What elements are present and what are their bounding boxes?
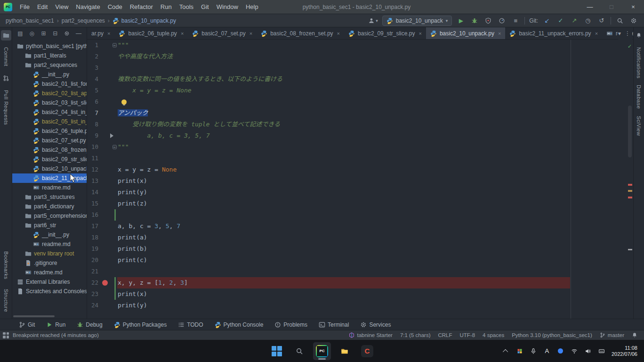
gutter-markers[interactable]	[98, 62, 117, 74]
gutter[interactable]: 6	[87, 96, 117, 107]
pull-requests-icon[interactable]	[1, 73, 11, 83]
menu-view[interactable]: View	[51, 0, 72, 14]
debug-button[interactable]	[470, 16, 479, 26]
intention-bulb-icon[interactable]	[121, 99, 127, 105]
code-text[interactable]: print(y)	[117, 187, 627, 198]
gutter-markers[interactable]	[98, 255, 117, 266]
git-branch-widget[interactable]: master	[596, 332, 628, 338]
search-icon[interactable]	[615, 16, 625, 26]
code-text[interactable]: print(a)	[117, 232, 627, 243]
gutter[interactable]: 15	[87, 198, 117, 209]
gutter-markers[interactable]	[98, 198, 117, 209]
toolwindow-run[interactable]: Run	[41, 319, 70, 330]
bluetooth-status-icon[interactable]	[557, 347, 564, 355]
caret-position-widget[interactable]: 7:1 (5 chars)	[396, 332, 435, 338]
tray-overflow-chevron-icon[interactable]	[502, 347, 510, 355]
structure-toolwindow-button[interactable]: Structure	[3, 289, 9, 312]
tabnine-widget[interactable]: tabnine Starter	[345, 332, 396, 338]
tab-close-icon[interactable]: ×	[419, 31, 421, 36]
taskbar-pycharm-button[interactable]: PC	[313, 342, 331, 360]
code-text[interactable]: やや高度な代入方法	[117, 51, 627, 62]
code-text[interactable]: x = y = z = None	[117, 85, 627, 96]
menu-help[interactable]: Help	[242, 0, 262, 14]
tree-item[interactable]: .gitignore	[12, 258, 87, 268]
gutter[interactable]: 18	[87, 232, 117, 243]
gutter[interactable]: 8	[87, 119, 117, 130]
tree-item[interactable]: venv library root	[12, 249, 87, 258]
tree-item[interactable]: basic2_04_list_in_list.py	[12, 107, 87, 117]
fold-marker-icon[interactable]: −	[113, 145, 117, 149]
ime-mode-indicator[interactable]: A	[543, 347, 551, 355]
vcs-commit-button[interactable]: ✓	[556, 16, 565, 26]
locate-file-icon[interactable]: ◎	[29, 30, 35, 37]
wifi-icon[interactable]	[571, 347, 578, 355]
gutter[interactable]: 1−	[87, 40, 117, 51]
tree-item[interactable]: basic2_07_set.py	[12, 136, 87, 145]
tree-item[interactable]: part4_dictionary	[12, 202, 87, 211]
volume-icon[interactable]	[584, 347, 592, 355]
tab-close-icon[interactable]: ×	[498, 31, 501, 36]
toolwindow-python-packages[interactable]: Python Packages	[109, 319, 171, 330]
tab-close-icon[interactable]: ×	[595, 31, 598, 36]
code-text[interactable]	[117, 209, 627, 221]
taskbar-explorer-button[interactable]	[336, 342, 354, 360]
tree-item[interactable]: __init__.py	[12, 230, 87, 239]
tree-item[interactable]: part5_comprehension	[12, 211, 87, 221]
code-text[interactable]: x, y, z = [1, 2, 3]	[117, 277, 627, 288]
tree-item[interactable]: basic2_01_list_for.py	[12, 79, 87, 89]
tree-item[interactable]: basic2_03_list_slice.py	[12, 98, 87, 107]
touch-keyboard-icon[interactable]	[598, 347, 605, 355]
gutter-markers[interactable]: −	[98, 141, 117, 153]
more-options-icon[interactable]: ⋮	[625, 30, 630, 37]
gutter[interactable]: 13	[87, 175, 117, 187]
scrollbar-thumb[interactable]	[628, 106, 632, 157]
toolwindow-terminal[interactable]: Terminal	[314, 319, 354, 330]
coverage-button[interactable]	[483, 16, 493, 26]
rollback-button[interactable]: ↺	[597, 16, 606, 26]
menu-code[interactable]: Code	[104, 0, 126, 14]
toolwindow-python-console[interactable]: Python Console	[210, 319, 268, 330]
tab-basic2_08_frozen_set-py[interactable]: basic2_08_frozen_set.py×	[257, 27, 344, 39]
gutter[interactable]: 23	[87, 288, 117, 300]
tab-basic2_09_str_slice-py[interactable]: basic2_09_str_slice.py×	[344, 27, 426, 39]
tab-basic2_07_set-py[interactable]: basic2_07_set.py×	[188, 27, 257, 39]
tab-basic2_10_unpack-py[interactable]: basic2_10_unpack.py×	[426, 27, 506, 39]
code-text[interactable]: アンパック	[117, 107, 627, 119]
code-text[interactable]	[117, 96, 627, 107]
taskbar-clock[interactable]: 11:08 2022/07/06	[612, 345, 637, 357]
code-text[interactable]: print(b)	[117, 243, 627, 255]
code-text[interactable]: a, b, c = 3, 5, 7	[117, 221, 627, 232]
gutter-markers[interactable]	[98, 187, 117, 198]
pull-requests-toolwindow-button[interactable]: Pull Requests	[3, 90, 9, 125]
gutter-markers[interactable]	[98, 243, 117, 255]
line-ending-widget[interactable]: CRLF	[434, 332, 456, 338]
interpreter-widget[interactable]: Python 3.10 (python_basic_sec1)	[508, 332, 596, 338]
tab-close-icon[interactable]: ×	[250, 31, 252, 36]
stop-button[interactable]: ■	[511, 16, 520, 26]
gutter[interactable]: 11	[87, 153, 117, 164]
gutter[interactable]: 20	[87, 255, 117, 266]
gutter-markers[interactable]	[98, 300, 117, 311]
users-icon[interactable]: ▾	[368, 16, 378, 26]
tree-item[interactable]: part3_structures	[12, 192, 87, 202]
tree-item[interactable]: basic2_02_list_append.	[12, 89, 87, 98]
tree-item[interactable]: readme.md	[12, 239, 87, 249]
error-stripe-mark[interactable]	[628, 184, 632, 186]
expand-all-icon[interactable]: ⊞	[40, 30, 47, 37]
breadcrumb-item[interactable]: basic2_10_unpack.py	[113, 17, 176, 24]
tree-item[interactable]: part2_sequences	[12, 60, 87, 70]
toolwindow-services[interactable]: Services	[355, 319, 395, 330]
code-text[interactable]: 受け取り側の変数を tuple として並べて記述できる	[117, 119, 627, 130]
microphone-icon[interactable]	[530, 347, 537, 355]
taskbar-app-button[interactable]: C	[358, 342, 376, 360]
gutter[interactable]: 17	[87, 221, 117, 232]
gutter-markers[interactable]	[98, 130, 117, 141]
minimize-button[interactable]: —	[579, 0, 601, 14]
code-text[interactable]	[117, 153, 627, 164]
profiler-button[interactable]	[497, 16, 507, 26]
gutter-markers[interactable]	[98, 232, 117, 243]
code-text[interactable]: """	[117, 40, 627, 51]
toolwindow-switcher-icon[interactable]	[3, 332, 9, 338]
code-text[interactable]: """	[117, 141, 627, 153]
tab-close-icon[interactable]: ×	[337, 31, 340, 36]
